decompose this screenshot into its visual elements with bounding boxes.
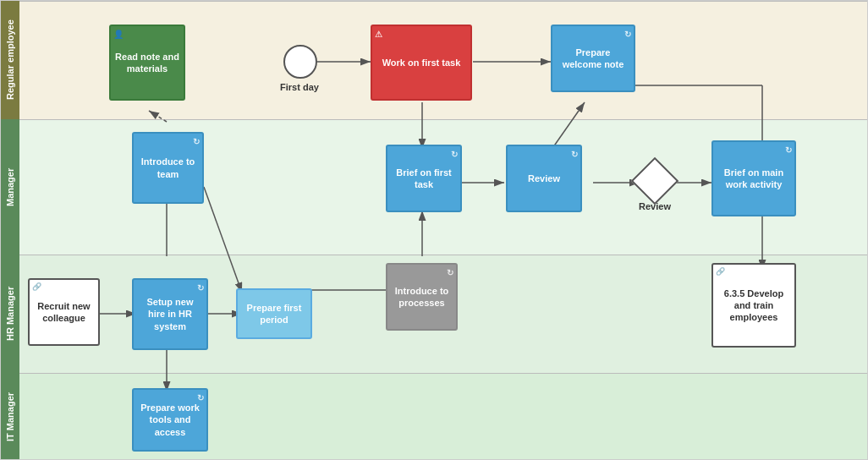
node-brief-main[interactable]: ↻ Brief on main work activity <box>711 140 796 216</box>
node-prepare-work-tools[interactable]: ↻ Prepare work tools and access <box>132 388 208 452</box>
refresh-icon-3: ↻ <box>451 149 458 160</box>
node-introduce-processes[interactable]: ↻ Introduce to processes <box>386 263 458 331</box>
node-prepare-first-period[interactable]: Prepare first period <box>236 288 312 339</box>
lane-label-manager: Manager <box>1 119 19 255</box>
node-prepare-welcome[interactable]: ↻ Introduce to team <box>132 132 204 204</box>
lane-label-hr: HR Manager <box>1 255 19 373</box>
first-day-label: First day <box>270 82 329 92</box>
lane-label-regular: Regular employee <box>1 1 19 119</box>
node-read-note[interactable]: 👤 Read note and materials <box>109 25 185 101</box>
refresh-icon-7: ↻ <box>447 267 453 278</box>
node-review[interactable] <box>631 157 679 205</box>
refresh-icon: ↻ <box>624 29 631 40</box>
node-develop-train[interactable]: 🔗 6.3.5 Develop and train employees <box>711 263 796 348</box>
refresh-icon-4: ↻ <box>571 149 578 160</box>
node-work-first-task[interactable]: ↻ Prepare welcome note <box>551 25 635 92</box>
refresh-icon-5: ↻ <box>785 145 792 156</box>
diagram-container: Regular employee Manager HR Manager IT M… <box>0 0 868 460</box>
node-review-wrapper: Review <box>638 164 672 211</box>
node-complete-safety[interactable]: ⚠ Work on first task <box>371 25 472 101</box>
lane-it-manager: IT Manager <box>1 373 867 460</box>
node-introduce-team[interactable]: ↻ Brief on first task <box>386 145 462 212</box>
refresh-icon-2: ↻ <box>193 136 200 147</box>
node-first-day[interactable] <box>283 45 317 79</box>
lane-label-it: IT Manager <box>1 373 19 460</box>
node-brief-first-task[interactable]: ↻ Review <box>506 145 582 212</box>
user-icon-2: 🔗 <box>32 282 41 293</box>
refresh-icon-6: ↻ <box>197 282 204 293</box>
user-icon-3: 🔗 <box>716 267 725 277</box>
refresh-icon-8: ↻ <box>197 392 204 403</box>
node-recruit[interactable]: 🔗 Recruit new colleague <box>28 278 100 346</box>
user-icon: 👤 <box>113 29 124 40</box>
warning-icon: ⚠ <box>375 29 382 40</box>
node-setup-hr[interactable]: ↻ Setup new hire in HR system <box>132 278 208 350</box>
